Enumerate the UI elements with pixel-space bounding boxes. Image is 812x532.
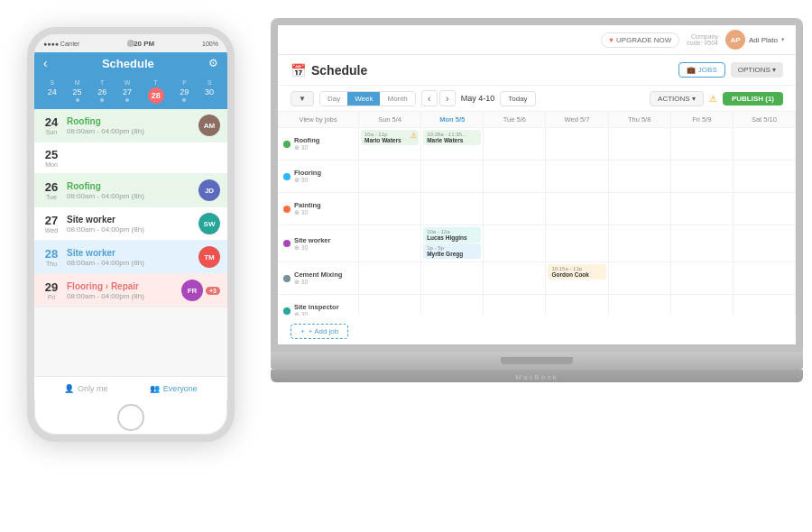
week-day-5[interactable]: F 29 [180,79,189,104]
siteworker-fri [671,225,734,261]
upgrade-button[interactable]: ♥ UPGRADE NOW [601,32,679,48]
event-content-0: Roofing 08:00am - 04:00pm (8h) [67,116,193,135]
job-count-roofing: ⊕ 30 [294,144,319,151]
plus-icon: + [300,327,305,335]
filter-button[interactable]: ▼ [291,91,314,106]
inspector-sun [359,295,421,316]
header-buttons: 💼 JOBS OPTIONS ▾ [678,62,783,78]
warning-icon: ⚠ [411,132,417,140]
gear-icon[interactable]: ⚙ [208,57,218,69]
event-row-2[interactable]: 26 Tue Roofing 08:00am - 04:00pm (8h) JD [34,174,227,207]
event-time-3: 08:00am - 04:00pm (8h) [67,225,193,234]
week-label-4: T [154,79,158,86]
phone-camera [127,40,134,47]
siteworker-sun [359,225,421,261]
cal-row-site-worker: Site worker ⊕ 30 10a - 12a Lucas Higgins [278,225,796,262]
event-title-2: Roofing [67,181,193,191]
laptop-top-nav: ♥ UPGRADE NOW Company code: #504 AP Adi … [278,25,796,55]
warning-circle-icon: ⚠ [709,94,717,104]
laptop-device: ♥ UPGRADE NOW Company code: #504 AP Adi … [271,18,803,397]
laptop-screen: ♥ UPGRADE NOW Company code: #504 AP Adi … [271,18,803,352]
painting-sat [734,193,796,225]
job-cell-flooring: Flooring ⊕ 30 [278,161,359,192]
schedule-title: 📅 Schedule [291,63,367,78]
flooring-wed [546,161,608,192]
today-button[interactable]: Today [500,91,535,106]
add-job-label: + Add job [309,327,339,335]
week-day-6[interactable]: S 30 [205,79,214,104]
event-avatar-4: TM [198,246,220,268]
everyone-button[interactable]: 👥 Everyone [150,384,198,393]
view-tab-week[interactable]: Week [347,92,380,105]
jobs-button[interactable]: 💼 JOBS [678,62,725,78]
roofing-sun[interactable]: 10a - 11p Mario Waters ⚠ [359,128,421,160]
date-day-5: Fri [42,294,61,300]
cal-header-4: Wed 5/7 [546,112,608,127]
event-row-4[interactable]: 28 Thu Site worker 08:00am - 04:00pm (8h… [34,241,227,274]
date-col-2: 26 Tue [42,180,61,200]
cement-thu [609,262,671,294]
add-job-button[interactable]: + + Add job [291,324,348,339]
siteworker-mon-event2[interactable]: 1p - 5p Myrtle Gregg [423,243,481,259]
job-name-painting: Painting [294,201,321,209]
roofing-sun-event[interactable]: 10a - 11p Mario Waters ⚠ [361,130,419,145]
siteworker-mon-name2: Myrtle Gregg [427,251,477,257]
actions-button[interactable]: ACTIONS ▾ [650,91,704,106]
cement-wed[interactable]: 10:15a - 11p Gordon Cook [546,262,608,294]
cal-header-0: View by jobs [278,112,359,127]
week-day-1[interactable]: M 25 [73,79,82,104]
home-button[interactable] [117,404,144,431]
publish-button[interactable]: PUBLISH (1) [723,92,783,105]
week-day-4[interactable]: T 28 [148,79,164,104]
roofing-mon-name: Marie Waters [427,137,477,143]
date-num-3: 27 [42,214,61,227]
view-tab-month[interactable]: Month [380,92,414,105]
date-col-5: 29 Fri [42,280,61,300]
date-day-1: Mon [42,161,61,168]
options-button[interactable]: OPTIONS ▾ [731,62,783,78]
roofing-sun-name: Mario Waters [364,137,415,143]
siteworker-mon-event1[interactable]: 10a - 12a Lucas Higgins [423,227,481,243]
event-row-5[interactable]: 29 Fri Flooring › Repair 08:00am - 04:00… [34,274,227,307]
date-range: May 4-10 [461,94,495,103]
event-avatar-3: SW [198,213,220,234]
nav-arrows: ‹ › [421,90,456,106]
job-cell-site-inspector: Site inspector ⊕ 30 [278,295,359,316]
job-cell-cement: Cement Mixing ⊕ 30 [278,262,359,294]
laptop-base [271,352,803,370]
back-button[interactable]: ‹ [43,56,48,70]
event-row-3[interactable]: 27 Wed Site worker 08:00am - 04:00pm (8h… [34,207,227,241]
week-day-0[interactable]: S 24 [48,79,57,104]
siteworker-thu [609,225,671,261]
week-num-6: 30 [205,87,214,96]
roofing-tue [484,128,546,160]
add-job-row: + + Add job [278,316,796,344]
only-me-label: Only me [78,384,108,393]
options-label: OPTIONS ▾ [738,66,776,74]
laptop-notch [501,357,573,364]
week-num-2: 26 [97,87,106,96]
week-day-2[interactable]: T 26 [97,79,106,104]
painting-fri [671,193,734,225]
jobs-label: JOBS [698,66,717,74]
cal-row-roofing: Roofing ⊕ 30 10a - 11p Mario Waters ⚠ [278,128,796,161]
siteworker-mon[interactable]: 10a - 12a Lucas Higgins 1p - 5p Myrtle G… [421,225,484,261]
week-day-3[interactable]: W 27 [123,79,132,104]
view-tab-day[interactable]: Day [320,92,347,105]
siteworker-tue [484,225,546,261]
prev-arrow[interactable]: ‹ [421,90,438,106]
event-row-0[interactable]: 24 Sun Roofing 08:00am - 04:00pm (8h) AM [34,109,227,142]
week-num-3: 27 [123,87,132,96]
roofing-mon-event[interactable]: 10:28a - 11:35... Marie Waters [423,130,481,145]
cal-row-flooring: Flooring ⊕ 30 [278,161,796,193]
roofing-mon[interactable]: 10:28a - 11:35... Marie Waters [421,128,484,160]
heart-icon: ♥ [609,36,614,44]
only-me-button[interactable]: 👤 Only me [64,384,108,393]
date-num-5: 29 [42,280,61,294]
cal-row-site-inspector: Site inspector ⊕ 30 [278,295,796,316]
next-arrow[interactable]: › [439,90,456,106]
job-count-cement: ⊕ 30 [294,279,342,286]
cement-wed-event[interactable]: 10:15a - 11p Gordon Cook [548,264,605,280]
event-title-4: Site worker [67,248,193,258]
user-name: Adi Plato [749,36,778,44]
